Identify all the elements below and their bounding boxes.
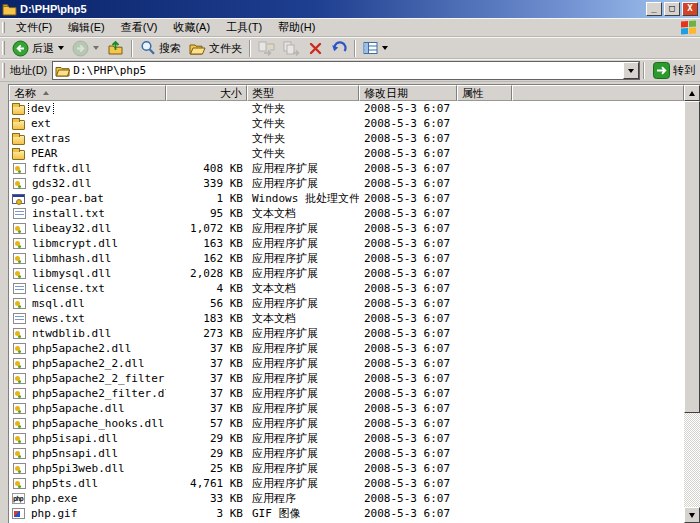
file-row[interactable]: php5apache2.dll 37 KB 应用程序扩展 2008-5-3 6:… bbox=[9, 341, 684, 356]
file-row[interactable]: php5apache2_2_filter.dll 37 KB 应用程序扩展 20… bbox=[9, 371, 684, 386]
scrollbar-thumb[interactable] bbox=[684, 101, 700, 413]
file-name[interactable]: php5nsapi.dll bbox=[30, 447, 120, 460]
file-name[interactable]: dev bbox=[29, 102, 53, 115]
file-row[interactable]: php5apache2_2.dll 37 KB 应用程序扩展 2008-5-3 … bbox=[9, 356, 684, 371]
file-name[interactable]: php5pi3web.dll bbox=[30, 462, 127, 475]
file-name[interactable]: php.gif bbox=[29, 507, 79, 520]
file-row[interactable]: libeay32.dll 1,072 KB 应用程序扩展 2008-5-3 6:… bbox=[9, 221, 684, 236]
column-header-name[interactable]: 名称 bbox=[9, 85, 166, 101]
file-name[interactable]: license.txt bbox=[30, 282, 107, 295]
file-row[interactable]: install.txt 95 KB 文本文档 2008-5-3 6:07 bbox=[9, 206, 684, 221]
move-to-button[interactable] bbox=[254, 38, 279, 58]
file-name[interactable]: php5isapi.dll bbox=[30, 432, 120, 445]
close-button[interactable]: X bbox=[682, 2, 698, 16]
file-row[interactable]: php5apache2_filter.dll 37 KB 应用程序扩展 2008… bbox=[9, 386, 684, 401]
file-row[interactable]: msql.dll 56 KB 应用程序扩展 2008-5-3 6:07 bbox=[9, 296, 684, 311]
file-row[interactable]: news.txt 183 KB 文本文档 2008-5-3 6:07 bbox=[9, 311, 684, 326]
menubar-grip[interactable] bbox=[2, 22, 5, 34]
file-row[interactable]: php.gif 3 KB GIF 图像 2008-5-3 6:07 bbox=[9, 506, 684, 521]
file-name[interactable]: php5apache2_filter.dll bbox=[30, 387, 166, 400]
folders-button[interactable]: 文件夹 bbox=[185, 38, 246, 58]
minimize-button[interactable]: _ bbox=[646, 2, 662, 16]
file-name[interactable]: fdftk.dll bbox=[30, 162, 94, 175]
file-name[interactable]: php.exe bbox=[29, 492, 79, 505]
menu-view[interactable]: 查看(V) bbox=[113, 18, 166, 37]
file-name[interactable]: go-pear.bat bbox=[29, 192, 106, 205]
menu-tools[interactable]: 工具(T) bbox=[218, 18, 270, 37]
file-row[interactable]: php.exe 33 KB 应用程序 2008-5-3 6:07 bbox=[9, 491, 684, 506]
forward-icon bbox=[72, 40, 89, 57]
file-type: 文件夹 bbox=[247, 131, 359, 146]
column-header-date[interactable]: 修改日期 bbox=[359, 85, 457, 101]
file-name[interactable]: php5apache_hooks.dll bbox=[30, 417, 166, 430]
file-row[interactable]: go-pear.bat 1 KB Windows 批处理文件 2008-5-3 … bbox=[9, 191, 684, 206]
file-name[interactable]: ext bbox=[29, 117, 53, 130]
file-row[interactable]: libmhash.dll 162 KB 应用程序扩展 2008-5-3 6:07 bbox=[9, 251, 684, 266]
file-name[interactable]: libeay32.dll bbox=[30, 222, 113, 235]
file-name[interactable]: install.txt bbox=[30, 207, 107, 220]
scrollbar-track[interactable] bbox=[684, 413, 700, 507]
file-row[interactable]: dev 文件夹 2008-5-3 6:07 bbox=[9, 101, 684, 116]
copy-to-button[interactable] bbox=[279, 38, 304, 58]
file-row[interactable]: php5ts.dll 4,761 KB 应用程序扩展 2008-5-3 6:07 bbox=[9, 476, 684, 491]
file-name[interactable]: ntwdblib.dll bbox=[30, 327, 113, 340]
file-row[interactable]: gds32.dll 339 KB 应用程序扩展 2008-5-3 6:07 bbox=[9, 176, 684, 191]
file-name[interactable]: msql.dll bbox=[30, 297, 87, 310]
file-row[interactable]: license.txt 4 KB 文本文档 2008-5-3 6:07 bbox=[9, 281, 684, 296]
address-dropdown-button[interactable] bbox=[623, 62, 639, 79]
scroll-down-button[interactable] bbox=[684, 507, 700, 523]
back-dropdown-icon[interactable] bbox=[58, 46, 64, 50]
vertical-scrollbar[interactable] bbox=[684, 85, 700, 523]
maximize-button[interactable]: □ bbox=[664, 2, 680, 16]
forward-button[interactable] bbox=[68, 38, 103, 58]
menu-edit[interactable]: 编辑(E) bbox=[60, 18, 113, 37]
file-row[interactable]: php5nsapi.dll 29 KB 应用程序扩展 2008-5-3 6:07 bbox=[9, 446, 684, 461]
undo-button[interactable] bbox=[327, 38, 351, 58]
search-button[interactable]: 搜索 bbox=[136, 38, 185, 58]
go-button[interactable]: 转到 bbox=[648, 62, 700, 79]
menu-help[interactable]: 帮助(H) bbox=[270, 18, 323, 37]
column-header-size[interactable]: 大小 bbox=[166, 85, 247, 101]
file-row[interactable]: fdftk.dll 408 KB 应用程序扩展 2008-5-3 6:07 bbox=[9, 161, 684, 176]
file-name[interactable]: libmcrypt.dll bbox=[30, 237, 120, 250]
file-row[interactable]: php5apache_hooks.dll 57 KB 应用程序扩展 2008-5… bbox=[9, 416, 684, 431]
file-date: 2008-5-3 6:07 bbox=[359, 162, 457, 175]
file-name[interactable]: php5apache2_2.dll bbox=[30, 357, 147, 370]
views-dropdown-icon[interactable] bbox=[382, 46, 388, 50]
file-row[interactable]: php5isapi.dll 29 KB 应用程序扩展 2008-5-3 6:07 bbox=[9, 431, 684, 446]
file-name[interactable]: php5apache2.dll bbox=[30, 342, 133, 355]
file-row[interactable]: php5pi3web.dll 25 KB 应用程序扩展 2008-5-3 6:0… bbox=[9, 461, 684, 476]
forward-dropdown-icon[interactable] bbox=[93, 46, 99, 50]
file-name[interactable]: php5apache2_2_filter.dll bbox=[30, 372, 166, 385]
file-name[interactable]: news.txt bbox=[30, 312, 87, 325]
toolbar-grip[interactable] bbox=[2, 41, 5, 55]
file-row[interactable]: extras 文件夹 2008-5-3 6:07 bbox=[9, 131, 684, 146]
file-type: 应用程序扩展 bbox=[247, 461, 359, 476]
file-name[interactable]: PEAR bbox=[29, 147, 60, 160]
file-name[interactable]: php5apache.dll bbox=[30, 402, 127, 415]
address-input[interactable]: D:\PHP\php5 bbox=[73, 64, 146, 77]
file-row[interactable]: libmysql.dll 2,028 KB 应用程序扩展 2008-5-3 6:… bbox=[9, 266, 684, 281]
file-name[interactable]: libmysql.dll bbox=[30, 267, 113, 280]
addressbar-grip[interactable] bbox=[2, 63, 5, 78]
scroll-up-button[interactable] bbox=[684, 85, 700, 101]
delete-button[interactable] bbox=[304, 38, 327, 58]
menu-favorites[interactable]: 收藏(A) bbox=[165, 18, 218, 37]
up-button[interactable] bbox=[103, 38, 128, 58]
file-row[interactable]: ntwdblib.dll 273 KB 应用程序扩展 2008-5-3 6:07 bbox=[9, 326, 684, 341]
column-header-attributes[interactable]: 属性 bbox=[457, 85, 512, 101]
file-name[interactable]: extras bbox=[29, 132, 73, 145]
column-header-type[interactable]: 类型 bbox=[247, 85, 359, 101]
views-button[interactable] bbox=[359, 38, 392, 58]
back-label: 后退 bbox=[32, 41, 54, 56]
file-name[interactable]: php5ts.dll bbox=[30, 477, 100, 490]
file-row[interactable]: php5apache.dll 37 KB 应用程序扩展 2008-5-3 6:0… bbox=[9, 401, 684, 416]
file-name[interactable]: libmhash.dll bbox=[30, 252, 113, 265]
address-combo[interactable]: D:\PHP\php5 bbox=[52, 61, 640, 80]
menu-file[interactable]: 文件(F) bbox=[8, 18, 60, 37]
file-name[interactable]: gds32.dll bbox=[30, 177, 94, 190]
file-row[interactable]: ext 文件夹 2008-5-3 6:07 bbox=[9, 116, 684, 131]
file-row[interactable]: PEAR 文件夹 2008-5-3 6:07 bbox=[9, 146, 684, 161]
back-button[interactable]: 后退 bbox=[8, 38, 68, 58]
file-row[interactable]: libmcrypt.dll 163 KB 应用程序扩展 2008-5-3 6:0… bbox=[9, 236, 684, 251]
